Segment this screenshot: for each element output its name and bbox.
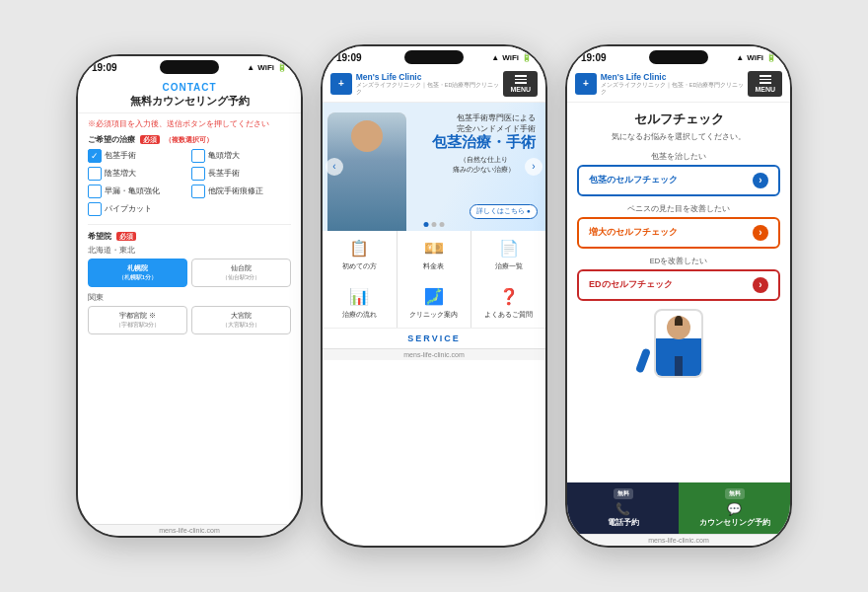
treatment-label: ご希望の治療 必須 （複数選択可） — [88, 134, 291, 145]
hero-cta[interactable]: 詳しくはこちら ● — [470, 204, 538, 219]
check-arrow-1: › — [753, 173, 768, 188]
hero-dot-1 — [424, 222, 429, 227]
clinic-logo-center: + Men's Life Clinic メンズライフクリニック｜包茎・ED治療専… — [330, 72, 503, 96]
check-btn-houkei[interactable]: 包茎のセルフチェック › — [577, 165, 780, 196]
hero-text: 包茎手術専門医による完全ハンドメイド手術 包茎治療・手術 （自然な仕上り痛みの少… — [432, 112, 536, 175]
footer-counseling-icon: 💬 — [727, 502, 742, 516]
clinic-sub-right: メンズライフクリニック｜包茎・ED治療専門クリニック — [601, 82, 749, 96]
clinic-sapporo[interactable]: 札幌院 （札幌駅1分） — [88, 259, 187, 287]
left-screen: CONTACT 無料カウンセリング予約 ※必須項目を入力後、送信ボタンを押してく… — [78, 76, 301, 536]
clinic-utsunomiya[interactable]: 宇都宮院 ※ （宇都宮駅3分） — [88, 306, 187, 334]
cb-box-1[interactable]: ✓ — [88, 149, 102, 163]
cb-label-1: 包茎手術 — [105, 151, 136, 161]
notch-left: 19:09 ▲WiFi🔋 — [78, 56, 301, 76]
region-hokkaido: 北海道・東北 — [88, 246, 291, 256]
phone-right: 19:09 ▲WiFi🔋 + Men's Life Clinic メンズライフク… — [565, 44, 792, 548]
footer-counseling-btn[interactable]: 無料 💬 カウンセリング予約 — [679, 482, 790, 534]
multiple-note: （複数選択可） — [165, 136, 213, 143]
hero-dot-2 — [432, 222, 437, 227]
clinics-kanto: 宇都宮院 ※ （宇都宮駅3分） 大宮院 （大宮駅1分） — [88, 306, 291, 334]
service-nagare[interactable]: 📊 治療の流れ — [323, 279, 397, 328]
clinic-utsunomiya-sub: （宇都宮駅3分） — [94, 321, 181, 330]
service-clinic[interactable]: 🗾 クリニック案内 — [398, 279, 471, 328]
cb-box-5[interactable] — [88, 185, 102, 198]
right-footer: 無料 📞 電話予約 無料 💬 カウンセリング予約 — [567, 482, 790, 534]
doc-head — [667, 316, 690, 339]
service-icon-1: 📋 — [349, 239, 369, 258]
service-chiryou[interactable]: 📄 治療一覧 — [471, 231, 545, 279]
check-section-ed: EDを改善したい EDのセルフチェック › — [577, 257, 780, 301]
hero-dot-3 — [440, 222, 445, 227]
clinic-sendai[interactable]: 仙台院 （仙台駅3分） — [191, 259, 291, 287]
doctor-illustration-wrap — [577, 309, 780, 388]
service-label-2: 料金表 — [423, 261, 444, 271]
right-body[interactable]: セルフチェック 気になるお悩みを選択してください。 包茎を治したい 包茎のセルフ… — [567, 103, 790, 483]
logo-icon-right: + — [575, 73, 597, 95]
footer-counseling-label: カウンセリング予約 — [699, 518, 770, 528]
service-ryoukin[interactable]: 💴 料金表 — [398, 231, 471, 279]
right-screen: + Men's Life Clinic メンズライフクリニック｜包茎・ED治療専… — [567, 66, 790, 546]
hero-sub: （自然な仕上り痛みの少ない治療） — [432, 155, 536, 175]
cb-box-3[interactable] — [88, 167, 102, 181]
menu-label-center: MENU — [510, 86, 531, 93]
cb-box-7[interactable] — [88, 202, 102, 216]
checkbox-grid: ✓ 包茎手術 亀頭増大 陰茎増大 長茎手術 — [88, 149, 291, 216]
service-label-5: クリニック案内 — [409, 310, 458, 320]
logo-icon-center: + — [330, 73, 352, 95]
status-time-left: 19:09 — [92, 62, 117, 73]
service-hajimete[interactable]: 📋 初めての方 — [323, 231, 397, 279]
cb-pipecut[interactable]: パイプカット — [88, 202, 291, 216]
clinic-name-right: Men's Life Clinic — [601, 72, 749, 82]
service-bar: SERVICE — [323, 328, 545, 348]
check-label-3: EDを改善したい — [577, 257, 780, 266]
clinic-omiya-sub: （大宮駅1分） — [197, 321, 285, 330]
hero-prev-btn[interactable]: ‹ — [326, 158, 343, 176]
hope-required-badge: 必須 — [116, 232, 136, 241]
cb-box-2[interactable] — [191, 149, 205, 163]
cb-chokei[interactable]: 長茎手術 — [191, 167, 291, 181]
notch-right: 19:09 ▲WiFi🔋 — [567, 46, 790, 66]
cb-label-5: 早漏・亀頭強化 — [105, 186, 160, 196]
check-btn-zoudai[interactable]: 増大のセルフチェック › — [577, 217, 780, 249]
cb-box-4[interactable] — [191, 167, 205, 181]
footer-phone-btn[interactable]: 無料 📞 電話予約 — [567, 482, 679, 534]
check-label-2: ペニスの見た目を改善したい — [577, 204, 780, 214]
service-icon-2: 💴 — [424, 239, 444, 258]
cb-sourou[interactable]: 早漏・亀頭強化 — [88, 185, 187, 198]
cb-kikitouzouda[interactable]: 亀頭増大 — [191, 149, 291, 163]
status-time-right: 19:09 — [581, 52, 607, 63]
service-faq[interactable]: ❓ よくあるご質問 — [471, 279, 545, 328]
check-btn-label-2: 増大のセルフチェック — [589, 226, 678, 239]
left-header: CONTACT 無料カウンセリング予約 — [78, 76, 301, 113]
region-kanto: 関東 — [88, 293, 291, 303]
footer-counseling-free: 無料 — [725, 488, 745, 499]
left-body[interactable]: ※必須項目を入力後、送信ボタンを押してください ご希望の治療 必須 （複数選択可… — [78, 113, 301, 524]
menu-btn-center[interactable]: MENU — [503, 71, 538, 97]
clinic-omiya[interactable]: 大宮院 （大宮駅1分） — [191, 306, 291, 334]
service-label-1: 初めての方 — [342, 261, 377, 271]
cb-taiin[interactable]: 他院手術痕修正 — [191, 185, 291, 198]
self-check-title: セルフチェック — [577, 111, 780, 128]
clinic-sendai-name: 仙台院 — [197, 263, 285, 273]
self-check-sub: 気になるお悩みを選択してください。 — [577, 131, 780, 142]
cb-inkeitouzouda[interactable]: 陰茎増大 — [88, 167, 187, 181]
service-icon-5: 🗾 — [424, 287, 444, 306]
service-grid-top: 📋 初めての方 💴 料金表 📄 治療一覧 — [323, 231, 545, 279]
check-btn-ed[interactable]: EDのセルフチェック › — [577, 269, 780, 301]
menu-btn-right[interactable]: MENU — [748, 71, 782, 97]
cb-houkeishujutsu[interactable]: ✓ 包茎手術 — [88, 149, 187, 163]
check-section-zoudai: ペニスの見た目を改善したい 増大のセルフチェック › — [577, 204, 780, 249]
hero-next-btn[interactable]: › — [525, 158, 542, 176]
check-label-1: 包茎を治したい — [577, 152, 780, 162]
doc-tie — [675, 356, 683, 376]
check-arrow-2: › — [753, 225, 768, 241]
service-grid-bottom: 📊 治療の流れ 🗾 クリニック案内 ❓ よくあるご質問 — [323, 279, 545, 328]
doc-body — [654, 309, 703, 378]
cb-label-3: 陰茎増大 — [105, 169, 136, 179]
doc-suit — [656, 338, 701, 376]
cb-box-6[interactable] — [191, 185, 205, 198]
clinic-sapporo-name: 札幌院 — [94, 263, 181, 273]
required-note: ※必須項目を入力後、送信ボタンを押してください — [88, 119, 291, 129]
required-badge: 必須 — [140, 135, 160, 144]
check-section-houkei: 包茎を治したい 包茎のセルフチェック › — [577, 152, 780, 196]
